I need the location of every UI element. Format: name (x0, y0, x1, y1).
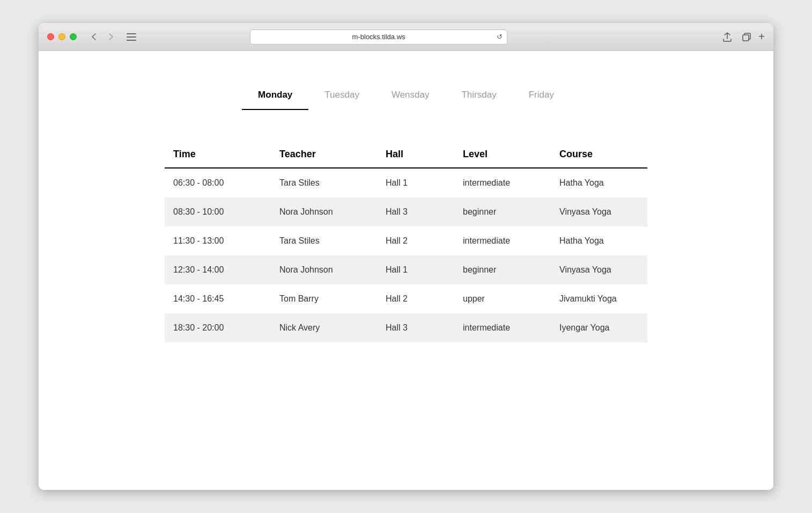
minimize-button[interactable] (58, 33, 65, 40)
cell-course: Vinyasa Yoga (551, 255, 647, 284)
cell-time: 08:30 - 10:00 (165, 197, 271, 226)
sidebar-toggle-button[interactable] (124, 31, 139, 43)
cell-time: 11:30 - 13:00 (165, 226, 271, 255)
cell-hall: Hall 3 (377, 313, 454, 342)
cell-hall: Hall 3 (377, 197, 454, 226)
duplicate-button[interactable] (739, 31, 754, 43)
cell-level: beginner (454, 197, 551, 226)
table-row: 14:30 - 16:45Tom BarryHall 2upperJivamuk… (165, 284, 647, 313)
svg-rect-2 (127, 40, 136, 41)
cell-level: upper (454, 284, 551, 313)
schedule-table-wrapper: Time Teacher Hall Level Course 06:30 - 0… (165, 142, 647, 342)
reload-button[interactable]: ↺ (497, 33, 503, 41)
close-button[interactable] (47, 33, 54, 40)
day-tabs: Monday Tuesday Wensday Thirsday Friday (242, 83, 570, 110)
add-tab-button[interactable]: + (758, 31, 765, 43)
cell-time: 14:30 - 16:45 (165, 284, 271, 313)
tab-wensday[interactable]: Wensday (375, 83, 446, 110)
table-row: 08:30 - 10:00Nora JohnsonHall 3beginnerV… (165, 197, 647, 226)
nav-buttons (86, 31, 119, 43)
cell-teacher: Tara Stiles (271, 168, 377, 197)
header-teacher: Teacher (271, 142, 377, 168)
cell-time: 06:30 - 08:00 (165, 168, 271, 197)
cell-teacher: Nora Johnson (271, 255, 377, 284)
forward-button[interactable] (104, 31, 119, 43)
table-row: 11:30 - 13:00Tara StilesHall 2intermedia… (165, 226, 647, 255)
tab-thirsday[interactable]: Thirsday (445, 83, 512, 110)
cell-time: 12:30 - 14:00 (165, 255, 271, 284)
cell-level: intermediate (454, 168, 551, 197)
cell-hall: Hall 1 (377, 168, 454, 197)
cell-hall: Hall 1 (377, 255, 454, 284)
table-row: 06:30 - 08:00Tara StilesHall 1intermedia… (165, 168, 647, 197)
svg-rect-1 (127, 36, 136, 38)
cell-course: Vinyasa Yoga (551, 197, 647, 226)
tab-friday[interactable]: Friday (513, 83, 570, 110)
cell-level: intermediate (454, 226, 551, 255)
header-level: Level (454, 142, 551, 168)
tab-monday[interactable]: Monday (242, 83, 308, 110)
header-hall: Hall (377, 142, 454, 168)
header-time: Time (165, 142, 271, 168)
browser-actions: + (720, 31, 765, 43)
cell-hall: Hall 2 (377, 284, 454, 313)
cell-course: Iyengar Yoga (551, 313, 647, 342)
cell-teacher: Nick Avery (271, 313, 377, 342)
address-bar[interactable]: m-blocks.tilda.ws ↺ (250, 30, 507, 45)
header-course: Course (551, 142, 647, 168)
browser-window: m-blocks.tilda.ws ↺ + Monday Tuesday (39, 23, 773, 490)
browser-titlebar: m-blocks.tilda.ws ↺ + (39, 23, 773, 51)
back-button[interactable] (86, 31, 101, 43)
url-text: m-blocks.tilda.ws (352, 33, 405, 41)
cell-teacher: Tara Stiles (271, 226, 377, 255)
svg-rect-3 (743, 35, 749, 41)
share-button[interactable] (720, 31, 735, 43)
table-row: 12:30 - 14:00Nora JohnsonHall 1beginnerV… (165, 255, 647, 284)
cell-time: 18:30 - 20:00 (165, 313, 271, 342)
cell-course: Hatha Yoga (551, 168, 647, 197)
tab-tuesday[interactable]: Tuesday (308, 83, 375, 110)
cell-level: beginner (454, 255, 551, 284)
table-row: 18:30 - 20:00Nick AveryHall 3intermediat… (165, 313, 647, 342)
cell-course: Hatha Yoga (551, 226, 647, 255)
cell-course: Jivamukti Yoga (551, 284, 647, 313)
svg-rect-0 (127, 33, 136, 34)
table-header-row: Time Teacher Hall Level Course (165, 142, 647, 168)
cell-level: intermediate (454, 313, 551, 342)
cell-hall: Hall 2 (377, 226, 454, 255)
schedule-table: Time Teacher Hall Level Course 06:30 - 0… (165, 142, 647, 342)
cell-teacher: Nora Johnson (271, 197, 377, 226)
cell-teacher: Tom Barry (271, 284, 377, 313)
maximize-button[interactable] (70, 33, 77, 40)
traffic-lights (47, 33, 77, 40)
browser-content: Monday Tuesday Wensday Thirsday Friday T… (39, 51, 773, 490)
